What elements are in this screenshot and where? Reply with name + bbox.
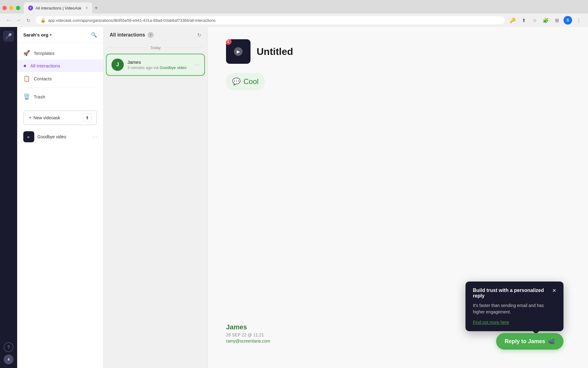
response-bubble: 💬 Cool [226,73,265,90]
bookmark-icon[interactable]: ☆ [530,16,539,25]
interaction-via-link[interactable]: Goodbye video [160,65,187,70]
contact-email: ramy@screenlane.com [226,339,270,343]
import-icon[interactable]: ⬆ [83,113,92,122]
interaction-time: 3 minutes ago via Goodbye video [127,65,191,70]
speech-bubble-icon: 💬 [232,78,240,86]
new-btn-left: + New videoask [29,115,60,121]
back-button[interactable]: ← [5,17,12,24]
extension-icon[interactable]: 🧩 [541,16,550,25]
sidebar-item-label: Contacts [34,76,52,81]
contacts-icon: 📋 [23,75,30,82]
key-icon[interactable]: 🔑 [508,16,517,25]
toolbar-icons: 🔑 ⬆ ☆ 🧩 ⊞ S ⋮ [508,16,583,25]
tooltip-title: Build trust with a personalized reply [473,288,552,299]
search-icon[interactable]: 🔍 [91,32,97,38]
sidebar-header: Sarah's org ▾ 🔍 [17,27,103,43]
sidebar-item-contacts[interactable]: 📋 Contacts [17,72,103,85]
contact-info-section: James 26 SEP 22 @ 11:21 ramy@screenlane.… [226,323,270,343]
videoask-header: 1 ▶ Untitled [226,39,570,64]
app-logo: 🎤 [3,31,14,42]
address-text: app.videoask.com/app/organizations/8b955… [48,18,216,23]
sidebar-item-trash[interactable]: 🗑️ Trash [17,90,103,103]
grid-icon[interactable]: ⊞ [552,16,561,25]
sidebar-item-all-interactions[interactable]: ● All interactions [17,59,103,72]
date-label: Today [150,45,161,50]
sidebar: Sarah's org ▾ 🔍 🚀 Templates ● All intera… [17,27,104,368]
videoask-badge: 1 [226,39,232,45]
notification-badge[interactable]: 4 [4,355,13,364]
close-window-button[interactable] [2,6,7,10]
more-options-icon[interactable]: ⋯ [92,134,97,140]
videoask-name: Goodbye video [37,134,89,139]
videoask-list-item[interactable]: ▶ Goodbye video ⋯ [17,129,103,145]
trash-icon: 🗑️ [23,93,30,100]
tooltip-body: It's faster than sending email and has h… [473,302,556,315]
contact-date: 26 SEP 22 @ 11:21 [226,332,270,337]
new-videoask-button[interactable]: + New videoask ⬆ [23,110,97,125]
tab-favicon: V [28,6,33,10]
far-left-bottom: ? 4 [4,342,13,364]
address-input[interactable]: 🔒 app.videoask.com/app/organizations/8b9… [36,16,505,24]
help-circle-icon[interactable]: ? [148,32,154,38]
date-line-left [108,48,146,48]
browser-chrome: V All interactions | VideoAsk × + ← → ↻ … [0,0,588,27]
videoask-title: Untitled [257,46,293,57]
middle-header: All interactions ? ↻ [104,27,207,43]
rocket-icon: 🚀 [23,50,30,56]
interaction-info: James 3 minutes ago via Goodbye video [127,59,191,70]
far-left-bar: 🎤 ? 4 [0,27,17,368]
sidebar-item-label: Trash [34,94,45,99]
address-bar: ← → ↻ 🔒 app.videoask.com/app/organizatio… [0,13,588,27]
main-content: 1 ▶ Untitled 💬 Cool James 26 SEP 22 @ 11… [208,27,588,368]
reply-icon: 📹 [548,338,555,345]
profile-avatar[interactable]: S [564,16,572,25]
tooltip-close-button[interactable]: ✕ [552,288,556,293]
tooltip-link[interactable]: Find out more here [473,320,509,325]
interaction-item[interactable]: J James 3 minutes ago via Goodbye video … [106,54,205,76]
share-icon[interactable]: ⬆ [519,16,528,25]
response-text: Cool [243,77,258,86]
contact-name: James [226,323,270,331]
date-divider: Today [104,43,207,52]
browser-tab[interactable]: V All interactions | VideoAsk × [24,2,92,13]
sidebar-nav: 🚀 Templates ● All interactions 📋 Contact… [17,43,103,107]
tab-close-button[interactable]: × [86,6,88,10]
nav-buttons: ← → ↻ [5,17,32,24]
org-name[interactable]: Sarah's org ▾ [23,32,51,37]
sidebar-divider [23,87,97,88]
reload-button[interactable]: ↻ [24,17,32,24]
tab-title: All interactions | VideoAsk [36,6,81,10]
app-layout: 🎤 ? 4 Sarah's org ▾ 🔍 🚀 Templates [0,27,588,368]
chevron-down-icon: ▾ [50,33,51,37]
new-tab-button[interactable]: + [95,5,98,11]
maximize-window-button[interactable] [16,6,20,10]
middle-panel-title: All interactions [110,32,145,38]
interaction-name: James [127,59,191,65]
forward-button[interactable]: → [15,17,22,24]
tab-bar: V All interactions | VideoAsk × + [0,0,588,13]
window-controls [2,6,20,10]
middle-panel: All interactions ? ↻ Today J James 3 min… [104,27,208,368]
interaction-more-icon[interactable]: ⋯ [194,62,199,68]
reply-to-james-button[interactable]: Reply to James 📹 [496,333,564,350]
menu-icon[interactable]: ⋮ [575,16,583,25]
middle-title-area: All interactions ? [110,32,154,38]
tooltip-card: Build trust with a personalized reply ✕ … [466,282,564,331]
help-button[interactable]: ? [4,342,13,352]
response-section: 💬 Cool [226,73,570,90]
videoask-preview[interactable]: 1 ▶ [226,39,251,64]
refresh-icon[interactable]: ↻ [197,32,201,38]
minimize-window-button[interactable] [9,6,13,10]
interactions-icon: ● [23,63,27,69]
sidebar-item-label: Templates [34,51,55,56]
reply-button-label: Reply to James [505,338,545,345]
tooltip-header: Build trust with a personalized reply ✕ [473,288,556,299]
videoask-thumbnail: ▶ [23,131,34,142]
date-line-right [164,48,202,48]
sidebar-item-label: All interactions [30,63,60,68]
sidebar-item-templates[interactable]: 🚀 Templates [17,47,103,59]
play-icon: ▶ [234,47,243,56]
contact-avatar: J [111,59,124,71]
